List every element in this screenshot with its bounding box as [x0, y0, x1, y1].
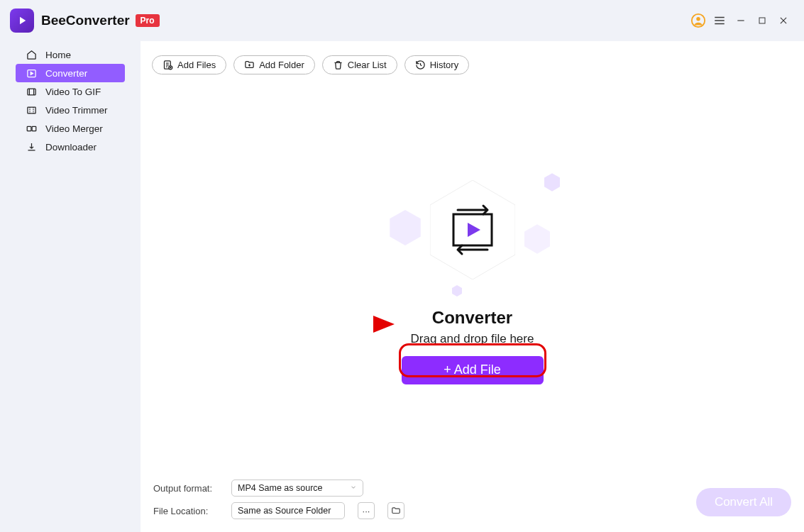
- user-icon[interactable]: [688, 10, 709, 31]
- dropzone[interactable]: Converter Drag and drop file here + Add …: [141, 74, 804, 532]
- annotation-arrow-icon: [311, 314, 396, 335]
- dropzone-graphic: [377, 166, 568, 294]
- svg-rect-12: [27, 126, 31, 131]
- file-location-value: Same as Source Folder: [238, 506, 331, 516]
- file-location-label: File Location:: [153, 506, 219, 516]
- output-format-value: MP4 Same as source: [238, 483, 323, 493]
- add-files-button[interactable]: Add Files: [152, 55, 226, 74]
- app-logo-icon: [10, 9, 34, 33]
- sidebar-item-label: Downloader: [45, 142, 97, 153]
- trimmer-icon: [26, 105, 37, 116]
- sidebar-item-label: Home: [45, 50, 71, 60]
- main-panel: Add Files Add Folder Clear List History: [141, 41, 804, 532]
- svg-rect-6: [759, 18, 765, 23]
- sidebar: Home Converter Video To GIF Video Trimme…: [0, 41, 141, 532]
- output-format-label: Output format:: [153, 483, 219, 494]
- dropzone-subtitle: Drag and drop file here: [411, 332, 534, 346]
- home-icon: [26, 50, 37, 60]
- app-name: BeeConverter: [41, 13, 130, 28]
- merger-icon: [26, 123, 37, 134]
- sidebar-item-label: Video To GIF: [45, 87, 101, 97]
- svg-marker-19: [452, 285, 462, 297]
- add-folder-button[interactable]: Add Folder: [233, 55, 315, 74]
- sidebar-item-converter[interactable]: Converter: [16, 64, 125, 82]
- file-location-field: Same as Source Folder: [231, 502, 345, 519]
- button-label: Clear List: [348, 60, 387, 70]
- converter-icon: [26, 68, 37, 79]
- footer-bar: Output format: MP4 Same as source File L…: [141, 471, 804, 532]
- menu-icon[interactable]: [709, 10, 730, 31]
- convert-all-button[interactable]: Convert All: [696, 488, 791, 516]
- more-options-button[interactable]: ···: [358, 502, 375, 519]
- output-format-select[interactable]: MP4 Same as source: [231, 480, 363, 497]
- add-files-icon: [163, 60, 173, 70]
- history-button[interactable]: History: [404, 55, 469, 74]
- sidebar-item-home[interactable]: Home: [16, 45, 125, 64]
- open-folder-button[interactable]: [387, 502, 404, 519]
- trash-icon: [333, 60, 343, 70]
- clear-list-button[interactable]: Clear List: [322, 55, 397, 74]
- svg-rect-13: [32, 126, 36, 131]
- content: Home Converter Video To GIF Video Trimme…: [0, 41, 804, 532]
- sidebar-item-label: Converter: [45, 68, 87, 79]
- history-icon: [415, 60, 426, 70]
- add-file-button[interactable]: + Add File: [402, 356, 544, 384]
- sidebar-item-videotogif[interactable]: Video To GIF: [16, 82, 125, 101]
- minimize-button[interactable]: [730, 10, 751, 31]
- svg-point-1: [696, 17, 700, 21]
- sidebar-item-trimmer[interactable]: Video Trimmer: [16, 101, 125, 119]
- svg-marker-18: [524, 224, 550, 253]
- pro-badge: Pro: [136, 14, 160, 27]
- button-label: History: [430, 60, 458, 70]
- sidebar-item-label: Video Merger: [45, 123, 103, 134]
- svg-rect-10: [27, 89, 35, 95]
- svg-marker-16: [390, 210, 420, 245]
- chevron-down-icon: [350, 483, 357, 493]
- sidebar-item-label: Video Trimmer: [45, 105, 108, 116]
- button-label: Add Folder: [259, 60, 304, 70]
- gif-icon: [26, 87, 37, 97]
- maximize-button[interactable]: [751, 10, 773, 31]
- svg-rect-11: [27, 107, 35, 113]
- svg-marker-17: [544, 173, 560, 191]
- sidebar-item-merger[interactable]: Video Merger: [16, 119, 125, 138]
- dropzone-title: Converter: [432, 308, 512, 328]
- button-label: Add Files: [177, 60, 216, 70]
- close-button[interactable]: [773, 10, 794, 31]
- toolbar: Add Files Add Folder Clear List History: [141, 41, 804, 74]
- svg-marker-23: [373, 316, 395, 333]
- sidebar-item-downloader[interactable]: Downloader: [16, 138, 125, 156]
- downloader-icon: [26, 142, 37, 153]
- titlebar: BeeConverter Pro: [0, 0, 804, 41]
- add-folder-icon: [244, 60, 255, 70]
